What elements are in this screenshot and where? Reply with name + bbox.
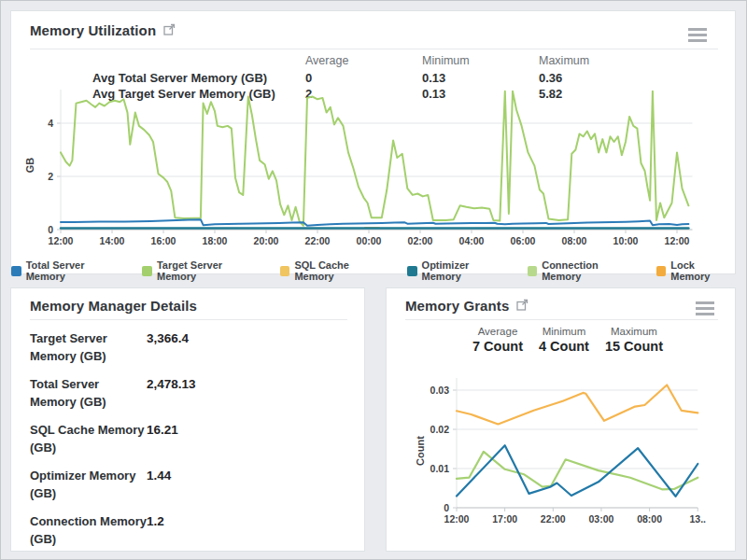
panel-header: Memory Utilization (30, 22, 718, 38)
svg-text:02:00: 02:00 (408, 235, 433, 246)
memory-stat-value: 16.21 (147, 421, 178, 456)
memory-stat-label: SQL Cache Memory (GB) (30, 421, 147, 456)
memory-stat-row: Total Server Memory (GB)2,478.13 (30, 375, 351, 411)
header-divider (405, 319, 718, 320)
memory-stat-value: 1.2 (147, 512, 164, 548)
svg-text:00:00: 00:00 (357, 235, 382, 246)
grants-stat-value: 7 Count (472, 339, 523, 354)
legend-label: Lock Memory (670, 259, 735, 282)
svg-text:04:00: 04:00 (459, 235, 485, 246)
legend-label: Total Server Memory (26, 259, 124, 282)
svg-text:06:00: 06:00 (511, 235, 536, 246)
svg-text:0.03: 0.03 (430, 385, 450, 396)
svg-text:17:00: 17:00 (492, 513, 517, 525)
legend-swatch (656, 266, 667, 276)
svg-text:GB: GB (24, 158, 35, 174)
panel-header: Memory Manager Details (30, 298, 347, 314)
svg-text:4: 4 (48, 118, 53, 129)
menu-icon[interactable] (688, 28, 707, 42)
memory-manager-details-panel: Memory Manager Details Target Server Mem… (10, 287, 365, 552)
svg-text:10:00: 10:00 (613, 235, 639, 246)
legend-label: Connection Memory (542, 259, 637, 282)
stats-value: 0.36 (539, 71, 684, 85)
grants-stat-header: Minimum (539, 326, 589, 337)
panel-title: Memory Manager Details (30, 298, 197, 314)
grants-stat-header: Maximum (605, 326, 663, 337)
memory-stat-value: 3,366.4 (147, 329, 189, 365)
svg-text:12:00: 12:00 (665, 235, 690, 246)
grants-stats: Average7 CountMinimum4 CountMaximum15 Co… (472, 326, 663, 354)
memory-utilization-chart[interactable]: 02412:0014:0016:0018:0020:0022:0000:0002… (19, 86, 728, 256)
svg-text:22:00: 22:00 (541, 513, 566, 525)
stats-value: 0 (305, 71, 422, 85)
svg-text:14:00: 14:00 (100, 235, 125, 246)
grants-stat: Maximum15 Count (605, 326, 663, 354)
grants-stat-value: 15 Count (605, 339, 663, 354)
legend-swatch (280, 266, 290, 276)
memory-stat-label: Target Server Memory (GB) (30, 329, 147, 365)
stats-row-label: Avg Total Server Memory (GB) (11, 71, 305, 85)
legend-swatch (407, 266, 417, 276)
panel-title: Memory Grants (405, 298, 509, 314)
legend-item[interactable]: Optimizer Memory (407, 259, 509, 282)
external-link-icon[interactable] (516, 298, 529, 310)
legend-swatch (11, 266, 21, 276)
series-orange-series (457, 385, 698, 425)
legend-item[interactable]: Lock Memory (656, 259, 735, 282)
legend-item[interactable]: SQL Cache Memory (280, 259, 388, 282)
memory-stat-label: Connection Memory (GB) (30, 512, 147, 548)
memory-grants-panel: Memory Grants Average7 CountMinimum4 Cou… (386, 287, 736, 552)
dashboard: { "icons": { "external_link_icon": "open… (0, 0, 747, 560)
memory-stat-value: 2,478.13 (147, 375, 196, 411)
legend-item[interactable]: Total Server Memory (11, 259, 123, 282)
header-divider (30, 49, 718, 49)
svg-text:0.01: 0.01 (430, 463, 450, 474)
memory-stat-value: 1.44 (147, 467, 171, 502)
svg-text:08:00: 08:00 (562, 235, 587, 246)
memory-stat-label: Total Server Memory (GB) (30, 375, 147, 411)
legend-swatch (142, 266, 152, 276)
svg-text:13..: 13.. (689, 513, 706, 525)
memory-stat-row: SQL Cache Memory (GB)16.21 (30, 421, 351, 456)
svg-text:12:00: 12:00 (49, 235, 74, 246)
grants-stat: Average7 Count (472, 326, 523, 354)
legend-label: Target Server Memory (157, 259, 261, 282)
stats-column-header: Minimum (422, 54, 539, 69)
svg-text:Count: Count (415, 436, 426, 466)
header-divider (30, 319, 347, 320)
grants-stat-header: Average (472, 326, 523, 337)
memory-stat-row: Optimizer Memory (GB)1.44 (30, 467, 351, 502)
stats-corner (11, 54, 305, 69)
stats-column-header: Maximum (539, 54, 684, 69)
memory-stat-label: Optimizer Memory (GB) (30, 467, 147, 502)
grants-stat-value: 4 Count (539, 339, 589, 354)
panel-header: Memory Grants (405, 298, 718, 314)
grants-stat: Minimum4 Count (539, 326, 589, 354)
legend-label: Optimizer Memory (422, 259, 509, 282)
legend-label: SQL Cache Memory (294, 259, 388, 282)
svg-text:2: 2 (48, 171, 53, 182)
series-target-server-memory (61, 91, 688, 226)
svg-text:0.02: 0.02 (430, 424, 450, 435)
svg-text:0: 0 (444, 502, 449, 513)
svg-text:03:00: 03:00 (589, 513, 614, 525)
svg-text:20:00: 20:00 (254, 235, 279, 246)
memory-utilization-panel: Memory Utilization AverageMinimumMaximum… (10, 10, 736, 274)
series-total-server-memory (61, 219, 688, 226)
legend-item[interactable]: Target Server Memory (142, 259, 261, 282)
memory-stat-row: Target Server Memory (GB)3,366.4 (30, 329, 351, 365)
panel-title: Memory Utilization (30, 22, 156, 38)
svg-text:08:00: 08:00 (637, 513, 662, 525)
svg-text:22:00: 22:00 (305, 235, 331, 246)
svg-text:12:00: 12:00 (444, 513, 470, 525)
menu-icon[interactable] (696, 301, 714, 315)
stats-column-header: Average (305, 54, 422, 69)
legend-item[interactable]: Connection Memory (528, 259, 638, 282)
legend-swatch (528, 266, 538, 276)
memory-grants-chart[interactable]: 00.010.020.0312:0017:0022:0003:0008:0013… (396, 374, 730, 540)
svg-text:16:00: 16:00 (151, 235, 176, 246)
chart-legend: Total Server MemoryTarget Server MemoryS… (11, 259, 735, 282)
external-link-icon[interactable] (163, 22, 176, 35)
svg-text:0: 0 (48, 224, 53, 235)
svg-text:18:00: 18:00 (203, 235, 228, 246)
